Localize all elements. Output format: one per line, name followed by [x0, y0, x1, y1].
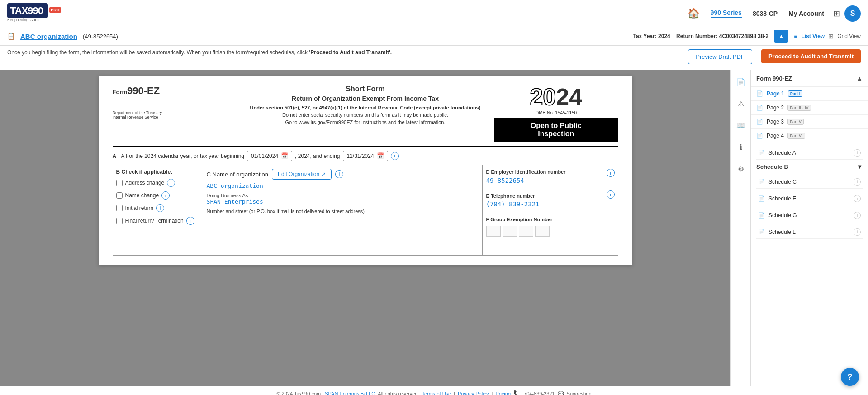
page-2-nav[interactable]: 📄 Page 2 Part II - IV	[751, 101, 868, 115]
view-toggle: ≡ List View ⊞ Grid View	[794, 33, 861, 40]
open-public-banner: Open to Public Inspection	[494, 118, 618, 142]
phone-icon: 📞	[513, 390, 521, 395]
ein-info-icon[interactable]: i	[607, 169, 615, 177]
info-icon[interactable]: ℹ	[734, 140, 748, 154]
logo-pro-badge: PRO	[49, 7, 61, 13]
name-change-checkbox[interactable]	[116, 192, 123, 199]
schedule-a-info-icon[interactable]: i	[854, 149, 861, 157]
cal-year-info-icon[interactable]: i	[391, 152, 399, 160]
form-subtitle-url: Go to www.irs.gov/Form990EZ for instruct…	[241, 119, 489, 125]
open-public-line2: Inspection	[498, 130, 615, 138]
footer-terms-link[interactable]: Terms of Use	[422, 391, 451, 395]
schedule-l-item[interactable]: 📄 Schedule L i	[756, 226, 863, 239]
name-change-info[interactable]: i	[161, 191, 170, 200]
proceed-audit-transmit-button[interactable]: Proceed to Audit and Transmit	[761, 49, 861, 63]
schedule-l-label: Schedule L	[768, 229, 796, 235]
list-view-icon: ≡	[794, 33, 797, 40]
schedule-l-icon: 📄	[758, 229, 765, 235]
grid-apps-icon[interactable]: ⊞	[833, 9, 840, 19]
footer-pricing-link[interactable]: Pricing	[495, 391, 511, 395]
schedule-e-label: Schedule E	[768, 195, 796, 202]
group-box-1[interactable]	[486, 226, 501, 237]
schedule-g-item[interactable]: 📄 Schedule G i	[756, 209, 863, 222]
form-right: 2024 OMB No. 1545-1150 Open to Public In…	[494, 85, 618, 142]
group-box-3[interactable]	[519, 226, 533, 237]
nav-8038cp[interactable]: 8038-CP	[753, 10, 778, 17]
org-name-link[interactable]: ABC organization	[20, 33, 77, 40]
avatar[interactable]: S	[844, 5, 861, 22]
section-d-label: D Employer identification number	[486, 169, 566, 175]
calendar-icon-start: 📅	[281, 152, 288, 159]
form-paper: Form990-EZ Department of the Treasury In…	[99, 76, 632, 265]
schedule-l-info-icon[interactable]: i	[854, 228, 861, 236]
group-box-2[interactable]	[503, 226, 517, 237]
start-date-value: 01/01/2024	[251, 153, 278, 159]
address-change-info[interactable]: i	[167, 179, 175, 187]
year-solid: 24	[556, 84, 582, 110]
form-header: Form990-EZ Department of the Treasury In…	[113, 85, 618, 147]
warning-icon[interactable]: ⚠	[734, 96, 748, 111]
form-title-short: Short Form	[241, 85, 489, 93]
nav-my-account[interactable]: My Account	[788, 10, 824, 17]
phone-info-icon[interactable]: i	[607, 190, 615, 199]
panel-collapse-button[interactable]: ▲	[856, 75, 863, 82]
nav-990-series[interactable]: 990 Series	[711, 9, 742, 18]
toggle-panel-button[interactable]: ▲	[774, 30, 788, 43]
page-3-nav[interactable]: 📄 Page 3 Part V	[751, 115, 868, 129]
schedule-g-label: Schedule G	[768, 212, 797, 219]
group-box-4[interactable]	[535, 226, 550, 237]
ein-number-value: 49-8522654	[486, 177, 615, 184]
footer-separator-1: |	[454, 391, 455, 395]
end-date-input[interactable]: 12/31/2024 📅	[343, 151, 388, 161]
app-header: TAX990 PRO Keep Doing Good 🏠 990 Series …	[0, 0, 868, 27]
final-return-info[interactable]: i	[186, 217, 194, 225]
final-return-checkbox[interactable]	[116, 218, 123, 224]
header-icons: ⊞ S	[833, 5, 861, 22]
section-c-label: C Name of organization	[207, 171, 269, 178]
footer-privacy-link[interactable]: Privacy Policy	[458, 391, 489, 395]
schedule-c-item[interactable]: 📄 Schedule C i	[756, 176, 863, 189]
preview-draft-pdf-button[interactable]: Preview Draft PDF	[688, 49, 752, 64]
org-section: C Name of organization Edit Organization…	[203, 165, 483, 255]
help-button[interactable]: ?	[841, 368, 859, 386]
document-icon[interactable]: 📄	[734, 75, 748, 89]
footer-suggestion[interactable]: Suggestion	[567, 391, 592, 395]
page-4-badge: Part VI	[787, 133, 805, 139]
footer-phone: 704-839-2321	[524, 391, 555, 395]
form-center: Short Form Return of Organization Exempt…	[241, 85, 489, 142]
section-f-label: F Group Exemption Number	[486, 217, 553, 222]
schedule-g-info-icon[interactable]: i	[854, 212, 861, 219]
calendar-icon-end: 📅	[377, 152, 384, 159]
schedule-a-item[interactable]: 📄 Schedule A i	[756, 147, 863, 160]
form-label-number: Form990-EZ	[113, 85, 237, 97]
page-1-nav[interactable]: 📄 Page 1 Part I	[751, 87, 868, 101]
grid-view-button[interactable]: Grid View	[837, 33, 861, 39]
footer-span-link[interactable]: SPAN Enterprises LLC	[325, 391, 375, 395]
schedule-g-section: 📄 Schedule G i	[751, 209, 868, 226]
page-4-nav[interactable]: 📄 Page 4 Part VI	[751, 129, 868, 143]
schedule-c-info-icon[interactable]: i	[854, 178, 861, 186]
initial-return-checkbox[interactable]	[116, 205, 123, 211]
book-icon[interactable]: 📖	[734, 118, 748, 133]
page-2-icon: 📄	[756, 105, 763, 111]
settings-icon[interactable]: ⚙	[734, 162, 748, 176]
home-icon[interactable]: 🏠	[688, 8, 700, 19]
address-change-checkbox[interactable]	[116, 180, 123, 186]
page-1-icon: 📄	[756, 90, 763, 97]
form-990ez-label: 990-EZ	[127, 85, 160, 96]
schedule-b-header[interactable]: Schedule B ▼	[756, 163, 863, 170]
schedule-e-info-icon[interactable]: i	[854, 195, 861, 202]
subheader: 📋 ABC organization (49-8522654) Tax Year…	[0, 27, 868, 46]
list-view-button[interactable]: List View	[801, 33, 825, 39]
logo[interactable]: TAX990 PRO Keep Doing Good	[7, 5, 61, 22]
initial-return-info[interactable]: i	[156, 204, 164, 212]
schedule-e-item[interactable]: 📄 Schedule E i	[756, 192, 863, 205]
group-exempt-boxes	[486, 226, 615, 237]
edit-organization-button[interactable]: Edit Organization ↗	[272, 169, 332, 180]
end-date-value: 12/31/2024	[347, 153, 374, 159]
org-name-info[interactable]: i	[335, 170, 343, 178]
name-change-label: Name change	[125, 192, 159, 199]
year-outline: 20	[530, 84, 556, 110]
info-text-main: Once you begin filing the form, the info…	[7, 49, 308, 56]
start-date-input[interactable]: 01/01/2024 📅	[247, 151, 292, 161]
